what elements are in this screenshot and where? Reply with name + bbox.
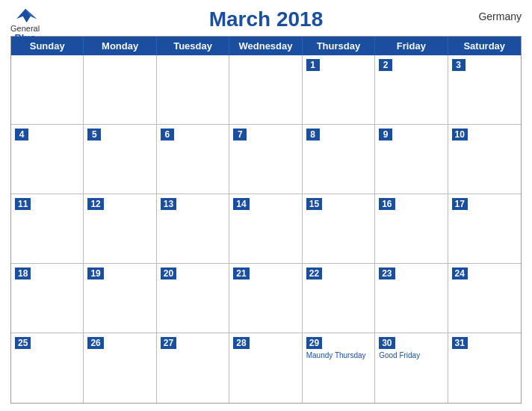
day-number: 22 (306, 268, 322, 279)
day-number: 28 (233, 337, 249, 349)
calendar-week-1: 45678910 (11, 125, 521, 194)
cal-cell-w4d2: 27 (157, 333, 229, 403)
cal-cell-w1d0: 4 (11, 125, 84, 194)
cal-cell-w2d5: 16 (375, 194, 448, 264)
day-number: 5 (87, 129, 101, 140)
cal-cell-w2d1: 12 (84, 194, 156, 264)
calendar-page: General Blue March 2018 Germany Sunday M… (0, 0, 532, 411)
day-number: 21 (233, 268, 249, 279)
day-number: 12 (87, 198, 103, 210)
calendar-title: March 2018 (209, 7, 324, 31)
header-saturday: Saturday (448, 37, 521, 55)
day-number: 17 (452, 198, 468, 210)
day-number: 14 (233, 198, 249, 210)
day-number: 18 (15, 268, 31, 279)
cal-cell-w1d6: 10 (448, 125, 521, 194)
header-monday: Monday (84, 37, 156, 55)
day-number: 29 (306, 337, 322, 349)
day-number: 26 (87, 337, 103, 349)
day-number: 16 (379, 198, 395, 210)
day-number: 7 (233, 129, 247, 140)
day-number: 30 (379, 337, 395, 349)
day-number: 2 (379, 59, 392, 71)
logo-bird-icon (12, 7, 39, 24)
day-number: 24 (452, 268, 468, 279)
day-number: 15 (306, 198, 322, 210)
cal-cell-w4d5: 30Good Friday (375, 333, 448, 403)
calendar-week-0: 123 (11, 55, 521, 125)
day-number: 13 (161, 198, 176, 210)
day-number: 9 (379, 129, 392, 140)
cal-cell-w0d2 (157, 55, 229, 125)
cal-cell-w0d5: 2 (375, 55, 448, 125)
cal-cell-w4d4: 29Maundy Thursday (303, 333, 375, 403)
cal-cell-w4d6: 31 (448, 333, 521, 403)
cal-cell-w0d0 (11, 55, 84, 125)
day-number: 31 (452, 337, 468, 349)
cal-cell-w0d4: 1 (303, 55, 375, 125)
svg-marker-0 (16, 9, 37, 23)
calendar-week-2: 11121314151617 (11, 194, 521, 264)
calendar-body: 1234567891011121314151617181920212223242… (11, 55, 521, 403)
country-label: Germany (478, 10, 522, 22)
header-friday: Friday (375, 37, 448, 55)
cal-cell-w4d3: 28 (229, 333, 302, 403)
header-thursday: Thursday (303, 37, 375, 55)
cal-cell-w3d4: 22 (303, 264, 375, 333)
holiday-label: Good Friday (379, 351, 443, 360)
cal-cell-w2d2: 13 (157, 194, 229, 264)
cal-cell-w0d1 (84, 55, 156, 125)
day-number: 23 (379, 268, 395, 279)
day-number: 3 (452, 59, 466, 71)
cal-cell-w0d6: 3 (448, 55, 521, 125)
cal-cell-w3d3: 21 (229, 264, 302, 333)
day-number: 11 (15, 198, 31, 210)
cal-cell-w2d6: 17 (448, 194, 521, 264)
day-number: 4 (15, 129, 28, 140)
holiday-label: Maundy Thursday (306, 351, 371, 360)
header-tuesday: Tuesday (157, 37, 229, 55)
cal-cell-w1d4: 8 (303, 125, 375, 194)
logo-blue-text: Blue (14, 33, 35, 43)
calendar-week-3: 18192021222324 (11, 264, 521, 333)
cal-cell-w3d6: 24 (448, 264, 521, 333)
cal-cell-w3d0: 18 (11, 264, 84, 333)
cal-cell-w0d3 (229, 55, 302, 125)
cal-cell-w1d2: 6 (157, 125, 229, 194)
header-wednesday: Wednesday (229, 37, 302, 55)
cal-cell-w2d4: 15 (303, 194, 375, 264)
day-number: 20 (161, 268, 176, 279)
cal-cell-w1d3: 7 (229, 125, 302, 194)
cal-cell-w1d5: 9 (375, 125, 448, 194)
cal-cell-w3d2: 20 (157, 264, 229, 333)
calendar-grid: Sunday Monday Tuesday Wednesday Thursday… (10, 36, 522, 404)
cal-cell-w2d0: 11 (11, 194, 84, 264)
cal-cell-w4d1: 26 (84, 333, 156, 403)
cal-cell-w4d0: 25 (11, 333, 84, 403)
header: General Blue March 2018 Germany (10, 7, 522, 31)
day-number: 1 (306, 59, 320, 71)
calendar-week-4: 2526272829Maundy Thursday30Good Friday31 (11, 333, 521, 403)
day-number: 25 (15, 337, 31, 349)
logo: General Blue (10, 7, 40, 43)
day-number: 19 (87, 268, 103, 279)
cal-cell-w3d1: 19 (84, 264, 156, 333)
cal-cell-w2d3: 14 (229, 194, 302, 264)
cal-cell-w3d5: 23 (375, 264, 448, 333)
calendar-header-row: Sunday Monday Tuesday Wednesday Thursday… (11, 37, 521, 55)
day-number: 8 (306, 129, 320, 140)
day-number: 10 (452, 129, 468, 140)
day-number: 27 (161, 337, 176, 349)
day-number: 6 (161, 129, 174, 140)
cal-cell-w1d1: 5 (84, 125, 156, 194)
